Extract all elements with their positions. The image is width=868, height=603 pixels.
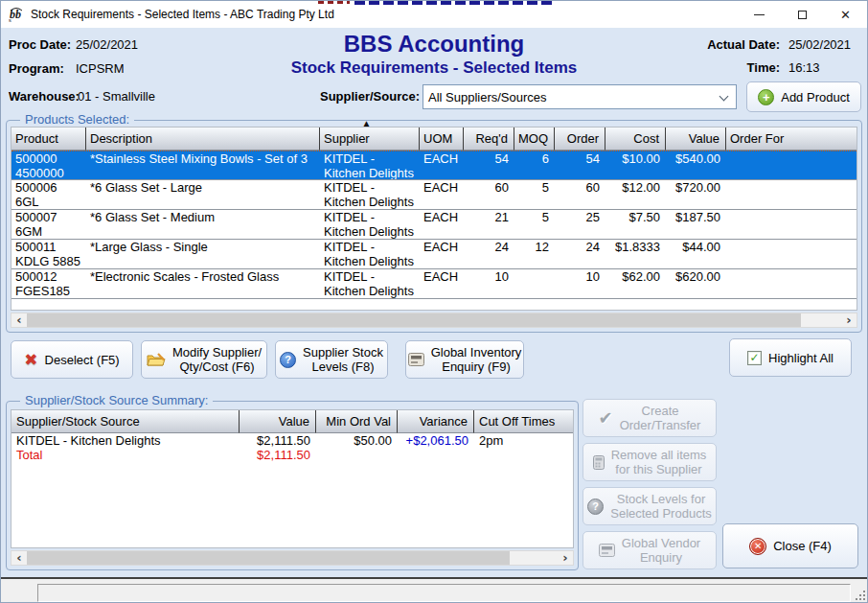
status-message-area xyxy=(37,584,851,602)
supplier-stock-levels-button[interactable]: ? Supplier StockLevels (F8) xyxy=(275,340,388,379)
minimize-button[interactable] xyxy=(738,1,781,28)
table-row[interactable]: 5000076GM *6 Glass Set - Medium KITDEL -… xyxy=(11,210,857,240)
table-row[interactable]: 5000004500000 *Stainless Steel Mixing Bo… xyxy=(11,151,857,180)
product-code-2: KDLG 5885 xyxy=(15,254,82,268)
product-uom: EACH xyxy=(420,240,464,268)
product-moq: 12 xyxy=(514,240,555,268)
scrollbar-track[interactable] xyxy=(27,313,841,327)
close-button[interactable]: ✕ Close (F4) xyxy=(722,523,858,568)
col-summary-value[interactable]: Value xyxy=(240,410,316,433)
scrollbar-track[interactable] xyxy=(27,551,558,565)
remove-all-label: Remove all itemsfor this Supplier xyxy=(611,448,707,476)
product-cost: $7.50 xyxy=(605,210,666,239)
modify-label: Modify Supplier/Qty/Cost (F6) xyxy=(172,345,262,374)
product-reqd: 24 xyxy=(464,240,514,268)
scrollbar-thumb[interactable] xyxy=(27,551,510,565)
global-inventory-enquiry-button[interactable]: Global InventoryEnquiry (F9) xyxy=(405,340,524,379)
time-label: Time: xyxy=(707,60,780,75)
register-icon xyxy=(599,544,615,557)
col-order[interactable]: Order xyxy=(555,128,605,151)
product-cost: $1.8333 xyxy=(605,240,666,268)
supplier-source-selected-value: All Suppliers/Sources xyxy=(428,90,547,104)
status-bar xyxy=(1,577,868,603)
col-reqd[interactable]: Req'd xyxy=(464,128,514,151)
scroll-left-icon[interactable]: ‹ xyxy=(11,551,27,565)
bbs-app-icon: bb s xyxy=(8,7,25,22)
scroll-right-icon[interactable]: › xyxy=(841,313,857,327)
scroll-left-icon[interactable]: ‹ xyxy=(11,313,27,327)
col-cut-off-times[interactable]: Cut Off Times xyxy=(474,410,573,433)
product-code: 500011 xyxy=(15,240,56,254)
summary-group-label: Supplier/Stock Source Summary: xyxy=(20,393,213,407)
summary-variance: +$2,061.50 xyxy=(398,433,474,448)
product-order-for xyxy=(726,180,857,209)
scroll-right-icon[interactable]: › xyxy=(558,551,573,565)
modify-supplier-button[interactable]: Modify Supplier/Qty/Cost (F6) xyxy=(141,340,267,379)
col-supplier[interactable]: Supplier xyxy=(320,128,420,151)
date-time-block: Actual Date: 25/02/2021 Time: 16:13 xyxy=(707,37,859,75)
product-code-2: 6GL xyxy=(15,195,82,209)
col-order-for[interactable]: Order For xyxy=(726,128,857,151)
product-code: 500007 xyxy=(15,210,57,224)
table-row[interactable]: 500012FGES185 *Electronic Scales - Frost… xyxy=(11,269,857,299)
product-order: 54 xyxy=(555,151,605,179)
col-variance[interactable]: Variance xyxy=(398,410,474,433)
products-table-header: Product Description Supplier UOM Req'd M… xyxy=(11,128,857,151)
product-code: 500012 xyxy=(15,269,57,284)
col-moq[interactable]: MOQ xyxy=(514,128,555,151)
product-value: $187.50 xyxy=(666,210,726,239)
scrollbar-thumb[interactable] xyxy=(27,313,801,327)
close-window-button[interactable]: ✕ xyxy=(824,1,867,28)
plus-icon: + xyxy=(758,89,774,105)
col-uom[interactable]: UOM xyxy=(420,128,464,151)
summary-table: Supplier/Stock Source Value Min Ord Val … xyxy=(11,409,574,548)
products-horizontal-scrollbar[interactable]: ‹ › xyxy=(11,313,857,328)
product-description: *6 Glass Set - Large xyxy=(86,180,320,209)
col-product[interactable]: Product xyxy=(11,128,86,151)
product-order-for xyxy=(726,210,857,239)
product-code: 500000 xyxy=(15,151,57,166)
col-description[interactable]: Description xyxy=(86,128,320,151)
create-order-transfer-button[interactable]: ✔ CreateOrder/Transfer xyxy=(582,399,717,437)
question-icon: ? xyxy=(587,499,604,515)
product-order: 24 xyxy=(555,240,605,268)
maximize-icon xyxy=(798,11,807,19)
folder-edit-icon xyxy=(147,353,166,367)
col-value[interactable]: Value xyxy=(666,128,726,151)
warehouse-label: Warehouse: xyxy=(9,89,80,104)
col-cost[interactable]: Cost xyxy=(605,128,666,151)
checked-checkbox-icon: ✓ xyxy=(747,351,762,365)
application-window: bb s Stock Requirements - Selected Items… xyxy=(0,0,868,603)
summary-cut-off xyxy=(474,448,573,462)
col-min-ord-val[interactable]: Min Ord Val xyxy=(316,410,398,433)
summary-variance xyxy=(398,448,474,462)
supplier-source-dropdown[interactable]: All Suppliers/Sources xyxy=(423,84,737,109)
product-supplier: KITDEL - Kitchen Delights xyxy=(320,151,420,179)
summary-source: KITDEL - Kitchen Delights xyxy=(11,433,240,448)
summary-row[interactable]: KITDEL - Kitchen Delights $2,111.50 $50.… xyxy=(11,433,573,448)
product-order: 60 xyxy=(555,180,605,209)
col-supplier-stock-source[interactable]: Supplier/Stock Source xyxy=(11,410,240,433)
summary-horizontal-scrollbar[interactable]: ‹ › xyxy=(11,550,574,566)
table-row[interactable]: 5000066GL *6 Glass Set - Large KITDEL - … xyxy=(11,180,857,210)
add-product-button[interactable]: + Add Product xyxy=(746,81,861,112)
deselect-button[interactable]: ✖ Deselect (F5) xyxy=(11,340,133,379)
summary-value: $2,111.50 xyxy=(240,433,316,448)
table-row[interactable]: 500011KDLG 5885 *Large Glass - Single KI… xyxy=(11,240,857,269)
summary-total-label: Total xyxy=(11,448,240,462)
summary-min-ord-val: $50.00 xyxy=(316,433,398,448)
resize-grip[interactable] xyxy=(863,598,865,600)
product-cost: $10.00 xyxy=(605,151,666,179)
highlight-all-button[interactable]: ✓ Highlight All xyxy=(729,338,852,377)
remove-all-items-button[interactable]: Remove all itemsfor this Supplier xyxy=(582,443,717,481)
stock-levels-selected-button[interactable]: ? Stock Levels forSelected Products xyxy=(582,487,717,525)
supplier-summary-group: Supplier/Stock Source Summary: Supplier/… xyxy=(6,401,579,570)
global-inventory-label: Global InventoryEnquiry (F9) xyxy=(431,345,522,374)
supplier-source-label: Supplier/Source: xyxy=(320,89,420,104)
close-label: Close (F4) xyxy=(773,539,832,553)
stock-levels-label: Stock Levels forSelected Products xyxy=(610,492,712,521)
maximize-button[interactable] xyxy=(781,1,824,28)
product-description: *Large Glass - Single xyxy=(86,240,320,268)
global-vendor-enquiry-button[interactable]: Global VendorEnquiry xyxy=(582,531,717,569)
highlight-all-label: Highlight All xyxy=(768,351,834,365)
